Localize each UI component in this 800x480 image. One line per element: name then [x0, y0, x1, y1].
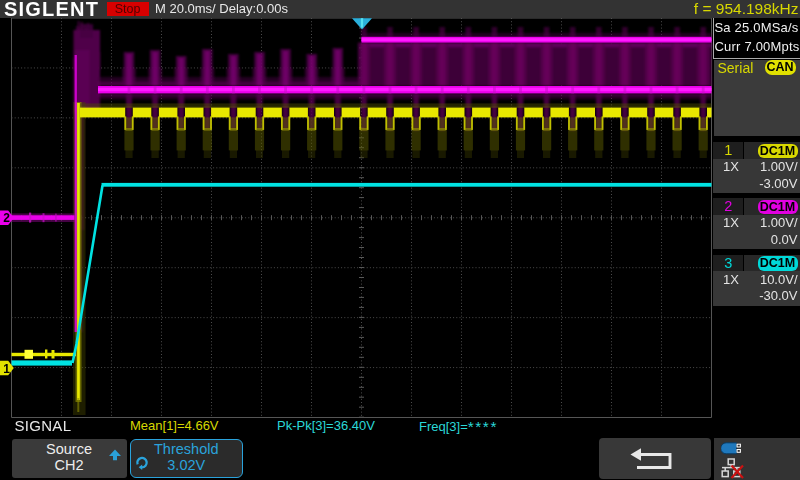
svg-text:1: 1 — [3, 362, 10, 376]
svg-text:2: 2 — [3, 211, 10, 225]
